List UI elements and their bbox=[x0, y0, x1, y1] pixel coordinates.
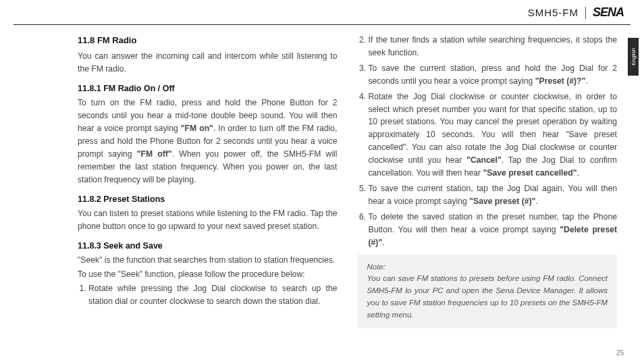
section-intro: You can answer the incoming call and int… bbox=[78, 50, 338, 76]
lead-text: "Seek" is the function that searches fro… bbox=[78, 254, 338, 267]
page-header: SMH5-FM SENA bbox=[528, 5, 624, 20]
list-item: If the tuner finds a station while searc… bbox=[369, 34, 618, 59]
brand-logo: SENA bbox=[593, 5, 624, 20]
language-tab: English bbox=[628, 38, 639, 76]
note-body: You can save FM stations to presets befo… bbox=[367, 273, 608, 321]
header-divider bbox=[585, 7, 586, 19]
list-item: To save the current station, tap the Jog… bbox=[369, 182, 618, 208]
page-number: 25 bbox=[616, 349, 624, 357]
subsection-body: You can listen to preset stations while … bbox=[78, 207, 338, 233]
subsection-heading: 11.8.2 Preset Stations bbox=[78, 193, 338, 206]
subsection-heading: 11.8.1 FM Radio On / Off bbox=[78, 82, 338, 95]
page-content: 11.8 FM Radio You can answer the incomin… bbox=[78, 34, 617, 342]
lead-text: To use the "Seek" function, please follo… bbox=[78, 268, 338, 281]
list-item: To delete the saved station in the prese… bbox=[369, 211, 618, 249]
section-heading: 11.8 FM Radio bbox=[78, 34, 338, 47]
list-item: Rotate while pressing the Jog Dial clock… bbox=[88, 282, 338, 308]
note-box: Note: You can save FM stations to preset… bbox=[358, 255, 618, 328]
horizontal-rule bbox=[14, 24, 630, 25]
subsection-heading: 11.8.3 Seek and Save bbox=[78, 240, 338, 253]
list-item: To save the current station, press and h… bbox=[369, 62, 618, 88]
list-item: Rotate the Jog Dial clockwise or counter… bbox=[369, 90, 618, 180]
model-name: SMH5-FM bbox=[528, 7, 579, 18]
note-label: Note: bbox=[367, 261, 608, 274]
subsection-body: To turn on the FM radio, press and hold … bbox=[78, 97, 338, 186]
